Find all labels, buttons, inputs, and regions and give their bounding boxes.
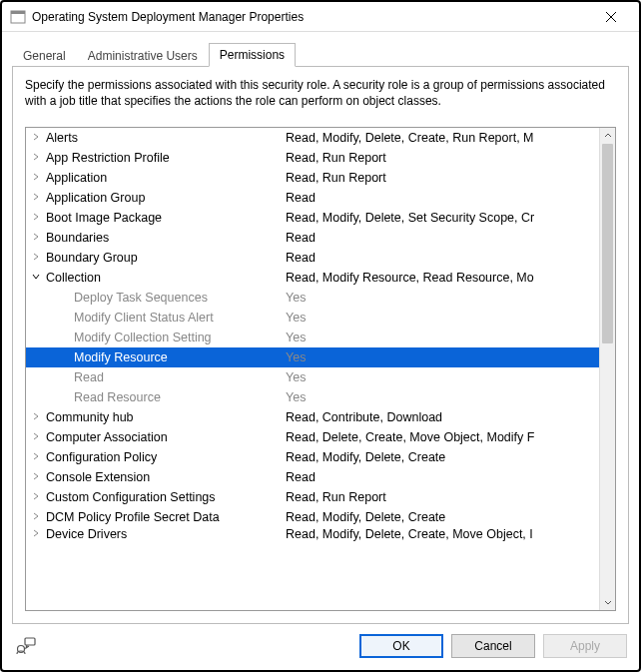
- tab-administrative-users[interactable]: Administrative Users: [77, 44, 209, 67]
- tree-row-value: Read: [286, 470, 599, 484]
- scroll-down-arrow[interactable]: [600, 594, 616, 610]
- apply-button[interactable]: Apply: [543, 634, 627, 658]
- tree-row-value: Read: [286, 251, 599, 265]
- tree-group-row[interactable]: Configuration PolicyRead, Modify, Delete…: [26, 447, 599, 467]
- dialog-body: General Administrative Users Permissions…: [2, 32, 639, 670]
- tree-group-row[interactable]: ApplicationRead, Run Report: [26, 168, 599, 188]
- tree-row-label: Boundaries: [46, 231, 286, 245]
- chevron-right-icon[interactable]: [26, 511, 46, 523]
- tree-row-label: Alerts: [46, 131, 286, 145]
- tree-row-label: Device Drivers: [46, 527, 286, 541]
- tree-row-label: Application Group: [46, 191, 286, 205]
- tree-group-row[interactable]: Application GroupRead: [26, 188, 599, 208]
- tree-row-value: Read: [286, 231, 599, 245]
- chevron-right-icon[interactable]: [26, 491, 46, 503]
- tree-row-value: Read, Modify Resource, Read Resource, Mo: [286, 271, 599, 285]
- tree-row-value: Yes: [286, 390, 599, 404]
- tree-row-label: Boot Image Package: [46, 211, 286, 225]
- tree-row-value: Yes: [286, 291, 599, 305]
- tree-row-value: Read: [286, 191, 599, 205]
- tree-group-row[interactable]: Boot Image PackageRead, Modify, Delete, …: [26, 208, 599, 228]
- tree-row-label: Modify Client Status Alert: [46, 311, 286, 325]
- tree-row-value: Yes: [286, 311, 599, 325]
- tree-child-row[interactable]: Read ResourceYes: [26, 387, 599, 407]
- tree-row-label: Modify Collection Setting: [46, 331, 286, 344]
- tree-row-label: Configuration Policy: [46, 450, 286, 464]
- tree-row-label: Computer Association: [46, 430, 286, 444]
- tree-row-value: Read, Run Report: [286, 171, 599, 185]
- chevron-right-icon[interactable]: [26, 431, 46, 443]
- scroll-thumb[interactable]: [602, 144, 613, 343]
- ok-button[interactable]: OK: [359, 634, 443, 658]
- chevron-right-icon[interactable]: [26, 528, 46, 540]
- tree-row-value: Read, Modify, Delete, Set Security Scope…: [286, 211, 599, 225]
- tree-row-label: Read Resource: [46, 390, 286, 404]
- svg-rect-1: [11, 11, 25, 14]
- tree-group-row[interactable]: Console ExtensionRead: [26, 467, 599, 487]
- close-button[interactable]: [591, 3, 631, 31]
- app-icon: [10, 9, 26, 25]
- tabstrip: General Administrative Users Permissions: [12, 42, 629, 66]
- chevron-right-icon[interactable]: [26, 232, 46, 244]
- chevron-right-icon[interactable]: [26, 411, 46, 423]
- scroll-up-arrow[interactable]: [600, 128, 616, 144]
- feedback-icon[interactable]: [14, 634, 38, 658]
- tab-general[interactable]: General: [12, 44, 77, 67]
- chevron-right-icon[interactable]: [26, 192, 46, 204]
- tree-row-label: Community hub: [46, 410, 286, 424]
- tree-row-value: Yes: [286, 350, 599, 364]
- tree-row-value: Read, Contribute, Download: [286, 410, 599, 424]
- tree-row-value: Yes: [286, 370, 599, 384]
- vertical-scrollbar[interactable]: [599, 128, 615, 610]
- cancel-button[interactable]: Cancel: [451, 634, 535, 658]
- tree-row-value: Read, Modify, Delete, Create, Run Report…: [286, 131, 599, 145]
- chevron-up-icon: [604, 132, 612, 140]
- tree-row-value: Read, Modify, Delete, Create: [286, 450, 599, 464]
- tree-row-value: Read, Run Report: [286, 490, 599, 504]
- permissions-tree[interactable]: AlertsRead, Modify, Delete, Create, Run …: [26, 128, 599, 610]
- chevron-down-icon[interactable]: [26, 272, 46, 284]
- tree-group-row[interactable]: CollectionRead, Modify Resource, Read Re…: [26, 268, 599, 288]
- chevron-right-icon[interactable]: [26, 132, 46, 144]
- tree-group-row[interactable]: Custom Configuration SettingsRead, Run R…: [26, 487, 599, 507]
- titlebar: Operating System Deployment Manager Prop…: [2, 2, 639, 32]
- button-row: OK Cancel Apply: [12, 624, 629, 660]
- chevron-down-icon: [604, 598, 612, 606]
- tree-group-row[interactable]: BoundariesRead: [26, 228, 599, 248]
- tree-child-row[interactable]: Modify Client Status AlertYes: [26, 308, 599, 328]
- tree-row-value: Read, Run Report: [286, 151, 599, 165]
- chevron-right-icon[interactable]: [26, 212, 46, 224]
- chevron-right-icon[interactable]: [26, 172, 46, 184]
- tree-child-row[interactable]: Deploy Task SequencesYes: [26, 288, 599, 308]
- tree-group-row[interactable]: AlertsRead, Modify, Delete, Create, Run …: [26, 128, 599, 148]
- tree-row-value: Yes: [286, 331, 599, 344]
- chevron-right-icon[interactable]: [26, 252, 46, 264]
- tree-row-value: Read, Modify, Delete, Create: [286, 510, 599, 524]
- tree-row-value: Read, Modify, Delete, Create, Move Objec…: [286, 527, 599, 541]
- svg-rect-5: [25, 638, 35, 645]
- tree-group-row[interactable]: Computer AssociationRead, Delete, Create…: [26, 427, 599, 447]
- tree-group-row[interactable]: App Restriction ProfileRead, Run Report: [26, 148, 599, 168]
- tree-row-label: Custom Configuration Settings: [46, 490, 286, 504]
- tree-row-label: Boundary Group: [46, 251, 286, 265]
- tab-permissions[interactable]: Permissions: [209, 43, 296, 67]
- tree-child-row[interactable]: Modify Collection SettingYes: [26, 328, 599, 347]
- tree-row-label: App Restriction Profile: [46, 151, 286, 165]
- tree-child-row[interactable]: ReadYes: [26, 367, 599, 387]
- tree-group-row[interactable]: Community hubRead, Contribute, Download: [26, 407, 599, 427]
- tab-panel-permissions: Specify the permissions associated with …: [12, 66, 629, 624]
- tree-child-row[interactable]: Modify ResourceYes: [26, 347, 599, 367]
- tree-row-label: Console Extension: [46, 470, 286, 484]
- tree-row-label: DCM Policy Profile Secret Data: [46, 510, 286, 524]
- tree-group-row[interactable]: Device DriversRead, Modify, Delete, Crea…: [26, 527, 599, 541]
- close-icon: [605, 11, 617, 23]
- chevron-right-icon[interactable]: [26, 471, 46, 483]
- tree-row-label: Deploy Task Sequences: [46, 291, 286, 305]
- tree-row-label: Application: [46, 171, 286, 185]
- chevron-right-icon[interactable]: [26, 152, 46, 164]
- tree-row-value: Read, Delete, Create, Move Object, Modif…: [286, 430, 599, 444]
- tree-group-row[interactable]: DCM Policy Profile Secret DataRead, Modi…: [26, 507, 599, 527]
- tree-row-label: Collection: [46, 271, 286, 285]
- tree-group-row[interactable]: Boundary GroupRead: [26, 248, 599, 268]
- chevron-right-icon[interactable]: [26, 451, 46, 463]
